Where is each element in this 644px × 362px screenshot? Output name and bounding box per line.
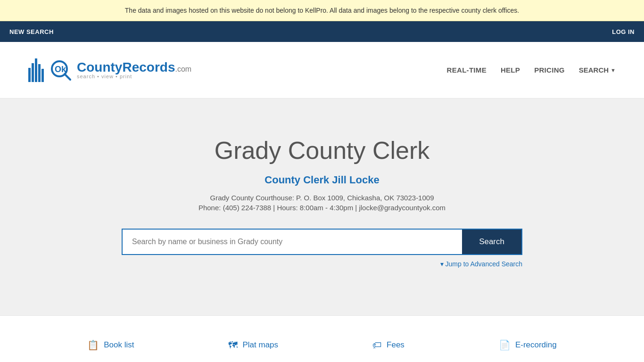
hero-section: Grady County Clerk County Clerk Jill Loc… <box>0 99 644 315</box>
fees-icon: 🏷 <box>372 340 382 351</box>
logo-tagline: search • view • print <box>77 74 191 79</box>
logo[interactable]: Ok CountyRecords .com search • view • pr… <box>28 58 191 82</box>
new-search-link[interactable]: NEW SEARCH <box>9 28 54 35</box>
logo-dotcom: .com <box>175 66 191 73</box>
clerk-address: Grady County Courthouse: P. O. Box 1009,… <box>9 194 635 202</box>
footer-plat-maps[interactable]: 🗺 Plat maps <box>228 339 278 351</box>
bar2 <box>32 63 34 82</box>
logo-bars <box>28 58 44 82</box>
footer-links: 📋 Book list 🗺 Plat maps 🏷 Fees 📄 E-recor… <box>0 315 644 362</box>
search-input[interactable] <box>123 230 462 254</box>
notice-text: The data and images hosted on this websi… <box>125 7 519 14</box>
erecording-label: E-recording <box>515 340 557 350</box>
svg-text:Ok: Ok <box>55 65 66 74</box>
plat-maps-icon: 🗺 <box>228 340 238 351</box>
logo-area: Ok CountyRecords .com search • view • pr… <box>28 58 191 82</box>
bar3 <box>35 58 37 82</box>
book-list-icon: 📋 <box>87 339 99 351</box>
logo-magnifier-icon: Ok <box>49 58 73 82</box>
bar5 <box>41 69 44 82</box>
footer-erecording[interactable]: 📄 E-recording <box>499 339 557 351</box>
search-button[interactable]: Search <box>462 230 521 254</box>
log-in-link[interactable]: LOG IN <box>612 28 635 35</box>
bar1 <box>28 68 31 82</box>
svg-line-1 <box>65 74 70 80</box>
search-box: Search <box>122 229 522 255</box>
nav-realtime[interactable]: REAL-TIME <box>447 66 487 74</box>
fees-label: Fees <box>387 340 405 350</box>
logo-county-records: CountyRecords <box>77 61 175 74</box>
erecording-icon: 📄 <box>499 339 511 351</box>
main-nav: REAL-TIME HELP PRICING SEARCH ▼ <box>447 66 616 74</box>
top-nav: NEW SEARCH LOG IN <box>0 21 644 42</box>
header: Ok CountyRecords .com search • view • pr… <box>0 42 644 99</box>
advanced-search-link[interactable]: ▾ Jump to Advanced Search <box>440 260 522 268</box>
footer-fees[interactable]: 🏷 Fees <box>372 339 405 351</box>
nav-search[interactable]: SEARCH ▼ <box>579 66 616 74</box>
notice-banner: The data and images hosted on this websi… <box>0 0 644 21</box>
search-caret-icon: ▼ <box>611 67 616 73</box>
page-title: Grady County Clerk <box>9 136 635 165</box>
plat-maps-label: Plat maps <box>242 340 278 350</box>
nav-help[interactable]: HELP <box>501 66 520 74</box>
bar4 <box>38 64 41 82</box>
search-container: Search <box>122 229 522 255</box>
logo-text: CountyRecords .com search • view • print <box>77 61 191 79</box>
footer-book-list[interactable]: 📋 Book list <box>87 339 134 351</box>
book-list-label: Book list <box>104 340 134 350</box>
advanced-search-area: ▾ Jump to Advanced Search <box>122 260 522 268</box>
clerk-name: County Clerk Jill Locke <box>9 174 635 186</box>
clerk-contact: Phone: (405) 224-7388 | Hours: 8:00am - … <box>9 204 635 212</box>
nav-pricing[interactable]: PRICING <box>534 66 565 74</box>
